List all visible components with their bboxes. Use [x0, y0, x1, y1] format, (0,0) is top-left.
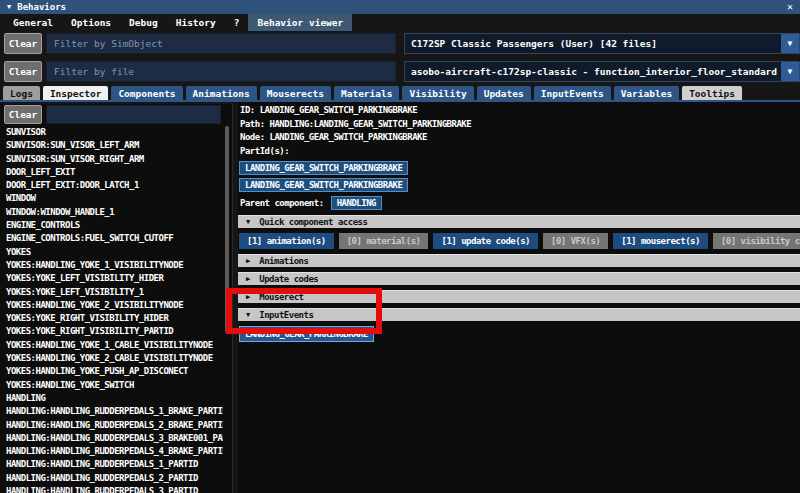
- file-dropdown[interactable]: asobo-aircraft-c172sp-classic - function…: [404, 61, 800, 82]
- behaviors-window: ▼ Behaviors ✕ GeneralOptionsDebugHistory…: [0, 0, 800, 493]
- node-id-line: ID: LANDING_GEAR_SWITCH_PARKINGBRAKE: [238, 104, 800, 118]
- quick-access-buttons: [1] animation(s)[0] material(s)[1] updat…: [239, 233, 800, 249]
- menu-item-behavior-viewer[interactable]: Behavior viewer: [248, 14, 352, 31]
- section-label: Mouserect: [259, 292, 303, 302]
- list-item[interactable]: YOKES:YOKE_LEFT_VISIBILITY_HIDER: [0, 272, 223, 285]
- quick-button-1-update-code-s[interactable]: [1] update code(s): [433, 233, 538, 249]
- parent-component-chip[interactable]: HANDLING: [331, 196, 382, 210]
- section-quick-component-access[interactable]: ▼ Quick component access: [238, 215, 800, 228]
- node-filter-input[interactable]: [46, 105, 221, 124]
- list-item[interactable]: ENGINE_CONTROLS:FUEL_SWITCH_CUTOFF: [0, 232, 223, 245]
- quick-button-0-vfx-s[interactable]: [0] VFX(s): [543, 233, 608, 249]
- tab-materials[interactable]: Materials: [334, 86, 399, 100]
- window-title-group: ▼ Behaviors: [7, 2, 66, 12]
- section-animations[interactable]: ▶ Animations: [238, 254, 800, 267]
- list-item[interactable]: SUNVISOR: [0, 126, 223, 139]
- list-item[interactable]: WINDOW: [0, 192, 223, 205]
- chevron-down-icon[interactable]: ▼: [781, 34, 799, 53]
- list-item[interactable]: SUNVISOR:SUN_VISOR_LEFT_ARM: [0, 139, 223, 152]
- simobject-dropdown[interactable]: C172SP Classic Passengers (User) [42 fil…: [404, 33, 800, 54]
- tab-visibility[interactable]: Visibility: [402, 86, 473, 100]
- node-list-panel: Clear SUNVISORSUNVISOR:SUN_VISOR_LEFT_AR…: [0, 104, 233, 493]
- menu-item-debug[interactable]: Debug: [120, 14, 167, 31]
- menu-bar: GeneralOptionsDebugHistory?Behavior view…: [0, 14, 800, 31]
- menu-item-history[interactable]: History: [167, 14, 225, 31]
- partids-label: PartId(s):: [238, 145, 800, 159]
- list-item[interactable]: YOKES:HANDLING_YOKE_1_VISIBILITYNODE: [0, 259, 223, 272]
- tab-logs[interactable]: Logs: [3, 86, 40, 100]
- node-name-line: Node: LANDING_GEAR_SWITCH_PARKINGBRAKE: [238, 131, 800, 145]
- tab-bar: LogsInspectorComponentsAnimationsMousere…: [0, 84, 800, 102]
- list-item[interactable]: YOKES:YOKE_RIGHT_VISIBILITY_PARTID: [0, 325, 223, 338]
- list-item[interactable]: YOKES: [0, 246, 223, 259]
- section-label: Animations: [259, 256, 308, 266]
- list-item[interactable]: HANDLING:HANDLING_RUDDERPEDALS_3_PARTID: [0, 485, 223, 493]
- partid-chip[interactable]: LANDING_GEAR_SWITCH_PARKINGBRAKE: [239, 178, 408, 192]
- section-mouserect[interactable]: ▶ Mouserect: [238, 290, 800, 303]
- tab-inspector[interactable]: Inspector: [43, 86, 108, 100]
- partid-chip[interactable]: LANDING_GEAR_SWITCH_PARKINGBRAKE: [239, 161, 408, 175]
- list-item[interactable]: YOKES:HANDLING_YOKE_PUSH_AP_DISCONECT: [0, 365, 223, 378]
- list-item[interactable]: HANDLING:HANDLING_RUDDERPEDALS_1_BRAKE_P…: [0, 405, 223, 418]
- list-item[interactable]: SUNVISOR:SUN_VISOR_RIGHT_ARM: [0, 153, 223, 166]
- list-item[interactable]: YOKES:HANDLING_YOKE_2_CABLE_VISIBILITYNO…: [0, 352, 223, 365]
- partid-chip-row: LANDING_GEAR_SWITCH_PARKINGBRAKE: [239, 161, 800, 175]
- list-item[interactable]: YOKES:HANDLING_YOKE_SWITCH: [0, 379, 223, 392]
- tab-components[interactable]: Components: [111, 86, 182, 100]
- clear-file-filter-button[interactable]: Clear: [4, 61, 42, 82]
- tab-animations[interactable]: Animations: [186, 86, 257, 100]
- list-item[interactable]: HANDLING:HANDLING_RUDDERPEDALS_2_PARTID: [0, 472, 223, 485]
- menu-item-options[interactable]: Options: [62, 14, 120, 31]
- tab-tooltips[interactable]: Tooltips: [682, 86, 742, 100]
- quick-button-1-animation-s[interactable]: [1] animation(s): [239, 233, 334, 249]
- tab-mouserects[interactable]: Mouserects: [260, 86, 331, 100]
- section-label: InputEvents: [259, 310, 313, 320]
- menu-item-general[interactable]: General: [4, 14, 62, 31]
- file-filter-row: Clear asobo-aircraft-c172sp-classic - fu…: [0, 61, 800, 82]
- close-icon[interactable]: ✕: [787, 2, 793, 12]
- input-event-chip[interactable]: LANDING_GEAR_PARKINGBRAKE: [239, 326, 374, 342]
- collapse-icon[interactable]: ▼: [7, 3, 11, 11]
- list-item[interactable]: YOKES:YOKE_RIGHT_VISIBILITY_HIDER: [0, 312, 223, 325]
- quick-button-1-mouserect-s[interactable]: [1] mouserect(s): [613, 233, 708, 249]
- clear-node-filter-button[interactable]: Clear: [4, 105, 42, 124]
- clear-simobject-filter-button[interactable]: Clear: [4, 33, 42, 54]
- quick-button-0-visibility-code-s[interactable]: [0] visibility code(s): [713, 233, 800, 249]
- quick-button-0-material-s[interactable]: [0] material(s): [339, 233, 429, 249]
- parent-component-label: Parent component:: [240, 198, 324, 208]
- menu-item-item[interactable]: ?: [225, 14, 249, 31]
- section-update-codes[interactable]: ▶ Update codes: [238, 272, 800, 285]
- list-item[interactable]: HANDLING: [0, 392, 223, 405]
- list-item[interactable]: HANDLING:HANDLING_RUDDERPEDALS_3_BRAKE00…: [0, 432, 223, 445]
- list-item[interactable]: YOKES:YOKE_LEFT_VISIBILITY_1: [0, 286, 223, 299]
- section-label: Update codes: [259, 274, 318, 284]
- window-title: Behaviors: [17, 2, 66, 12]
- tab-variables[interactable]: Variables: [614, 86, 679, 100]
- file-dropdown-value: asobo-aircraft-c172sp-classic - function…: [405, 62, 781, 81]
- title-bar: ▼ Behaviors ✕: [0, 0, 800, 14]
- list-item[interactable]: YOKES:HANDLING_YOKE_1_CABLE_VISIBILITYNO…: [0, 339, 223, 352]
- node-list-scrollbar[interactable]: [225, 126, 229, 333]
- tab-inputevents[interactable]: InputEvents: [534, 86, 611, 100]
- chevron-down-icon: ▼: [246, 311, 250, 319]
- file-filter-input[interactable]: [46, 61, 396, 82]
- node-list: SUNVISORSUNVISOR:SUN_VISOR_LEFT_ARMSUNVI…: [0, 126, 223, 493]
- chevron-right-icon: ▶: [246, 257, 250, 265]
- parent-component-line: Parent component: HANDLING: [240, 196, 800, 210]
- simobject-filter-input[interactable]: [46, 33, 396, 54]
- inspector-panel: ID: LANDING_GEAR_SWITCH_PARKINGBRAKE Pat…: [238, 102, 800, 493]
- chevron-right-icon: ▶: [246, 293, 250, 301]
- list-item[interactable]: HANDLING:HANDLING_RUDDERPEDALS_4_BRAKE_P…: [0, 445, 223, 458]
- list-item[interactable]: DOOR_LEFT_EXIT: [0, 166, 223, 179]
- tab-updates[interactable]: Updates: [477, 86, 531, 100]
- list-item[interactable]: HANDLING:HANDLING_RUDDERPEDALS_1_PARTID: [0, 458, 223, 471]
- list-item[interactable]: WINDOW:WINDOW_HANDLE_1: [0, 206, 223, 219]
- node-path-line: Path: HANDLING:LANDING_GEAR_SWITCH_PARKI…: [238, 118, 800, 132]
- list-item[interactable]: HANDLING:HANDLING_RUDDERPEDALS_2_BRAKE_P…: [0, 419, 223, 432]
- list-item[interactable]: DOOR_LEFT_EXIT:DOOR_LATCH_1: [0, 179, 223, 192]
- list-item[interactable]: YOKES:HANDLING_YOKE_2_VISIBILITYNODE: [0, 299, 223, 312]
- section-inputevents[interactable]: ▼ InputEvents: [238, 308, 800, 321]
- chevron-down-icon[interactable]: ▼: [781, 62, 799, 81]
- list-item[interactable]: ENGINE_CONTROLS: [0, 219, 223, 232]
- simobject-dropdown-value: C172SP Classic Passengers (User) [42 fil…: [405, 34, 781, 53]
